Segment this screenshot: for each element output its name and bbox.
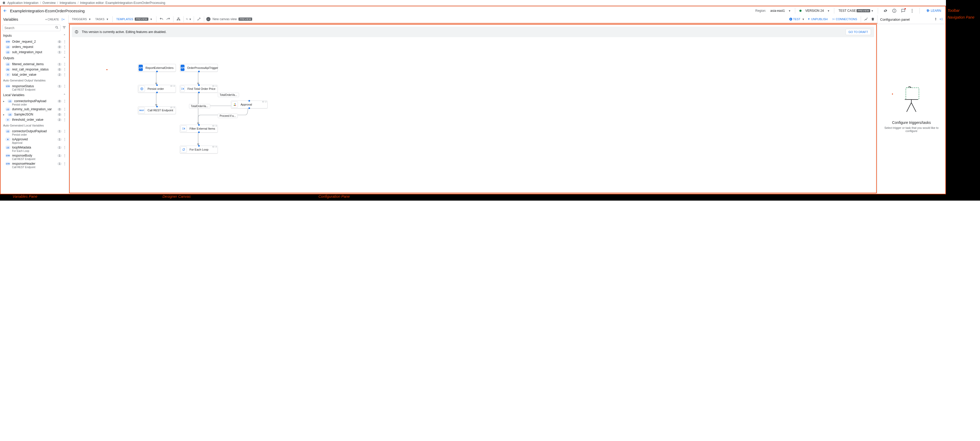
trigger-node[interactable]: APIOrderProcessApiTrigger	[180, 64, 218, 72]
breadcrumb-item[interactable]: Application Integration	[7, 1, 38, 5]
unpublish-button[interactable]: UNPUBLISH	[806, 17, 829, 21]
settings-icon[interactable]	[882, 8, 889, 14]
edge-condition-label[interactable]: TotalOrderVa...	[218, 93, 239, 97]
task-node[interactable]: ID :3Filter External Items	[180, 125, 218, 133]
more-icon[interactable]: ⋮	[63, 68, 66, 71]
more-icon[interactable]: ⋮	[63, 99, 66, 103]
redo-icon[interactable]	[165, 16, 171, 22]
outputs-section-header[interactable]: Outputs⌃	[0, 55, 68, 62]
variable-row[interactable]: STRresponseStatus1⋮	[0, 84, 68, 89]
go-to-draft-button[interactable]: GO TO DRAFT	[846, 29, 871, 35]
undo-icon[interactable]	[159, 16, 164, 22]
region-value[interactable]: asia-east1	[770, 9, 785, 13]
local-section-header[interactable]: Local Variables⌃	[0, 92, 68, 98]
task-node[interactable]: ID :6Persist order	[138, 85, 176, 93]
delete-icon[interactable]	[870, 16, 876, 22]
variable-row[interactable]: [S]rest_call_response_status0⋮	[0, 67, 68, 72]
trigger-node[interactable]: APIReportExternalOrders	[138, 64, 176, 72]
version-selector[interactable]: VERSION 24	[805, 9, 824, 13]
more-icon[interactable]: ⋮	[63, 118, 66, 122]
edge-condition-label[interactable]: Proceed if a...	[218, 114, 238, 118]
variable-row[interactable]: {J}loopMetadata1⋮	[0, 145, 68, 150]
triggers-dropdown[interactable]: TRIGGERS ▼	[70, 17, 92, 21]
configuration-pane: Configuration panel Configure triggers/t…	[877, 15, 945, 194]
easel-illustration-icon	[901, 86, 922, 114]
status-dot-icon	[799, 10, 802, 12]
back-arrow-icon[interactable]	[3, 8, 7, 13]
task-node[interactable]: ID :2Approval	[231, 101, 267, 108]
svg-point-3	[912, 9, 912, 10]
variable-row[interactable]: ▸{J}connectorInputPayload0⋮	[0, 98, 68, 104]
datamap-icon	[181, 125, 187, 132]
test-button[interactable]: TEST ▼	[789, 17, 805, 21]
chevron-down-icon[interactable]: ▼	[788, 10, 791, 12]
more-icon[interactable]: ⋮	[63, 50, 66, 54]
breadcrumb-item[interactable]: Overview	[43, 1, 56, 5]
approval-icon	[232, 102, 238, 108]
type-badge: {J}	[5, 129, 11, 133]
collapse-pane-icon[interactable]	[60, 17, 66, 22]
variables-pane: Variables + CREATE Inputs⌃ STROrder_requ…	[0, 15, 69, 194]
info-icon[interactable]	[891, 8, 897, 14]
more-icon[interactable]: ⋮	[63, 73, 66, 76]
search-input[interactable]	[3, 25, 60, 31]
wand-icon[interactable]	[196, 16, 202, 22]
more-menu-icon[interactable]	[909, 8, 915, 14]
more-icon[interactable]: ⋮	[63, 162, 66, 165]
variable-row[interactable]: STROrder_request_20⋮	[0, 39, 68, 44]
more-icon[interactable]: ⋮	[63, 146, 66, 149]
usage-count: 1	[57, 63, 62, 66]
config-empty-subtext: Select trigger or task that you would li…	[883, 126, 940, 133]
more-icon[interactable]: ⋮	[63, 113, 66, 116]
more-icon[interactable]: ⋮	[63, 138, 66, 141]
analytics-icon[interactable]	[863, 16, 869, 22]
expand-icon[interactable]: ▸	[3, 113, 6, 116]
variable-row[interactable]: Dthreshold_order_value2⋮	[0, 117, 68, 122]
variable-row[interactable]: {J}sub_integration_input1⋮	[0, 49, 68, 55]
learn-button[interactable]: LEARN	[924, 8, 943, 14]
edge-condition-label[interactable]: TotalOrderVa...	[189, 104, 210, 108]
variable-row[interactable]: STRresponseBody1⋮	[0, 153, 68, 158]
testcase-button[interactable]: TEST CASE PREVIEW ▼	[838, 9, 873, 13]
expand-pane-icon[interactable]	[939, 17, 943, 22]
variable-row[interactable]: {J}dummy_sub_integration_var0⋮	[0, 106, 68, 112]
more-icon[interactable]: ⋮	[63, 129, 66, 133]
preview-badge: PREVIEW	[857, 9, 870, 12]
task-node[interactable]: ID :4For Each Loop	[180, 146, 218, 154]
more-icon[interactable]: ⋮	[63, 62, 66, 66]
templates-dropdown[interactable]: TEMPLATES PREVIEW ▼	[115, 17, 154, 21]
connections-button[interactable]: CONNECTIONS	[830, 17, 859, 21]
autolayout-icon[interactable]	[176, 16, 181, 22]
more-icon[interactable]: ⋮	[63, 45, 66, 49]
more-icon[interactable]: ⋮	[63, 154, 66, 157]
variable-row[interactable]: {J}filtered_external_items1⋮	[0, 62, 68, 67]
expand-icon[interactable]: ▸	[3, 100, 6, 103]
designer-canvas[interactable]: ⓘ This version is currently active. Edit…	[69, 24, 877, 193]
variable-row[interactable]: {J}orders_request0⋮	[0, 44, 68, 49]
chevron-down-icon[interactable]: ▼	[827, 10, 830, 12]
filter-icon[interactable]	[62, 25, 66, 30]
more-icon[interactable]: ⋮	[63, 84, 66, 88]
inputs-section-header[interactable]: Inputs⌃	[0, 32, 68, 39]
breadcrumb-item[interactable]: Integrations	[59, 1, 76, 5]
zoom-icon[interactable]: ▼	[186, 16, 192, 22]
variable-subtitle: Approval	[0, 141, 68, 144]
feedback-icon[interactable]	[900, 8, 906, 14]
tasks-dropdown[interactable]: TASKS ▼	[94, 17, 110, 21]
variable-row[interactable]: Dtotal_order_value2⋮	[0, 72, 68, 77]
pin-icon[interactable]	[934, 17, 937, 22]
create-variable-button[interactable]: + CREATE	[45, 18, 59, 21]
type-badge: {J}	[5, 50, 11, 54]
breadcrumb: Application Integration / Overview / Int…	[0, 0, 946, 6]
variable-row[interactable]: {J}connectorOutputPayload1⋮	[0, 128, 68, 134]
toggle-off-icon[interactable]: −	[206, 17, 210, 21]
more-icon[interactable]: ⋮	[63, 40, 66, 43]
variable-row[interactable]: BisApproved1⋮	[0, 137, 68, 142]
task-node[interactable]: ID :5RESTCall REST Endpoint	[138, 106, 176, 114]
variable-row[interactable]: ▸{J}SampleJSON0⋮	[0, 112, 68, 117]
type-badge: STR	[5, 84, 11, 88]
more-icon[interactable]: ⋮	[63, 107, 66, 111]
type-badge: D	[5, 73, 11, 76]
task-node[interactable]: ID :1Find Total Order Price	[180, 85, 218, 93]
variable-row[interactable]: STRresponseHeader1⋮	[0, 161, 68, 166]
